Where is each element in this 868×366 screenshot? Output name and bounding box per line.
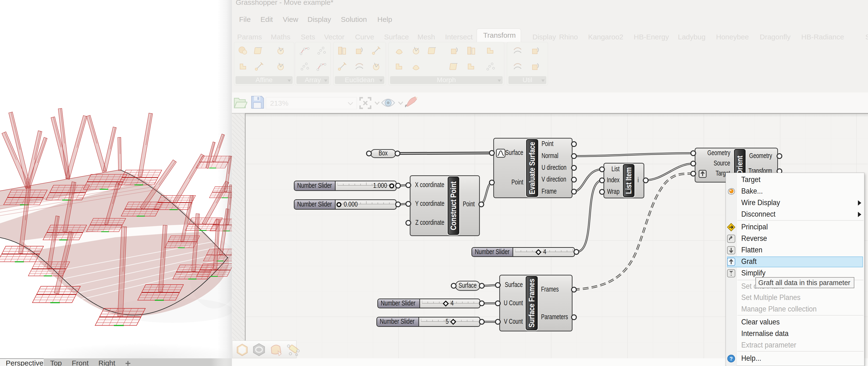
- svg-text:?: ?: [730, 356, 733, 362]
